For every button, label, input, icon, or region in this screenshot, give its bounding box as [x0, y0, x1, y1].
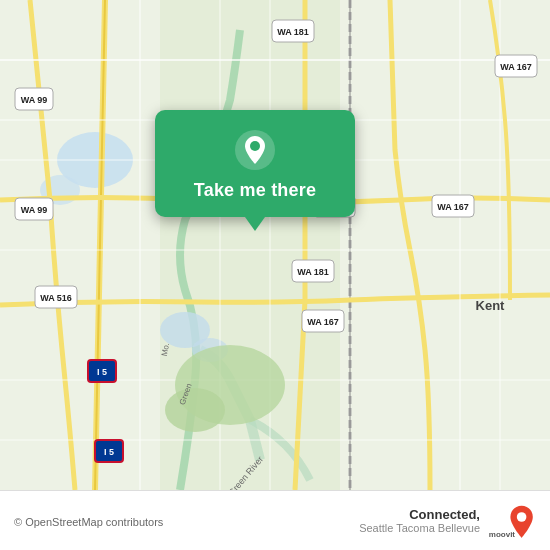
svg-text:WA 167: WA 167	[500, 62, 532, 72]
svg-text:WA 167: WA 167	[437, 202, 469, 212]
tooltip-popup[interactable]: Take me there	[155, 110, 355, 217]
svg-point-26	[165, 388, 225, 432]
svg-text:WA 516: WA 516	[40, 293, 72, 303]
svg-text:WA 167: WA 167	[307, 317, 339, 327]
svg-text:I 5: I 5	[104, 447, 114, 457]
attribution-area: © OpenStreetMap contributors	[14, 512, 163, 530]
svg-text:WA 99: WA 99	[21, 205, 48, 215]
svg-text:WA 181: WA 181	[277, 27, 309, 37]
bottom-bar: © OpenStreetMap contributors Connected, …	[0, 490, 550, 550]
map-pin-icon	[233, 128, 277, 172]
brand-subtitle: Seattle Tacoma Bellevue	[359, 522, 480, 534]
svg-text:WA 99: WA 99	[21, 95, 48, 105]
moovit-logo: moovit	[488, 502, 536, 540]
svg-rect-2	[0, 0, 160, 490]
take-me-there-label: Take me there	[194, 180, 316, 201]
svg-text:WA 181: WA 181	[297, 267, 329, 277]
svg-point-54	[250, 141, 260, 151]
svg-point-55	[517, 512, 527, 522]
brand-title: Connected,	[359, 507, 480, 522]
app-brand: Connected, Seattle Tacoma Bellevue moovi…	[359, 502, 536, 540]
svg-text:Kent: Kent	[476, 298, 506, 313]
map-svg: WA 99 WA 99 WA 181 WA 181 WA 181 WA 167 …	[0, 0, 550, 490]
map-container[interactable]: WA 99 WA 99 WA 181 WA 181 WA 181 WA 167 …	[0, 0, 550, 490]
svg-text:I 5: I 5	[97, 367, 107, 377]
brand-info: Connected, Seattle Tacoma Bellevue	[359, 507, 480, 534]
attribution-text: © OpenStreetMap contributors	[14, 516, 163, 528]
svg-text:moovit: moovit	[489, 530, 516, 539]
